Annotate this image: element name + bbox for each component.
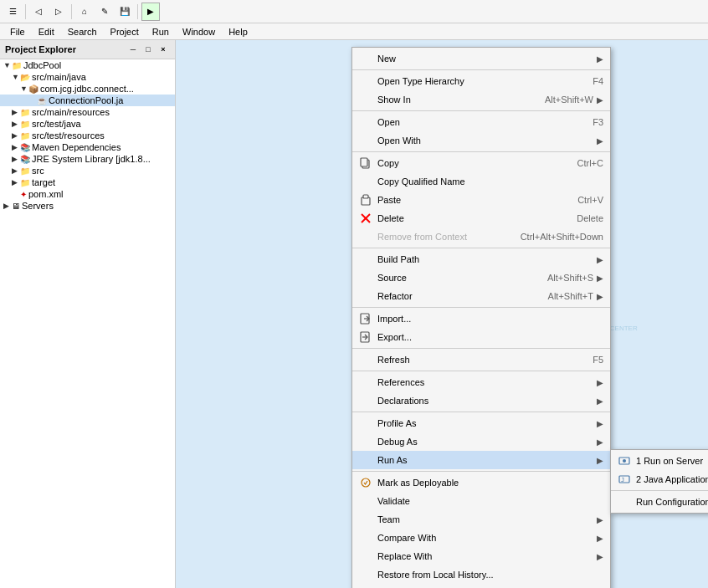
tree-item-maven-deps[interactable]: ▶ 📚 Maven Dependencies [0, 141, 175, 153]
menu-item-build-path[interactable]: Build Path ▶ [352, 250, 610, 268]
menu-run[interactable]: Run [146, 23, 176, 40]
toolbar: ☰ ◁ ▷ ⌂ ✎ 💾 ▶ [0, 0, 708, 23]
servers-icon: 🖥 [12, 202, 20, 211]
toolbar-btn-forward[interactable]: ▷ [49, 3, 68, 21]
menu-item-remove-from-context-shortcut: Ctrl+Alt+Shift+Down [521, 232, 603, 242]
menu-item-mark-deployable[interactable]: Mark as Deployable [352, 473, 610, 492]
menu-item-web-services[interactable]: Web Services ▶ [352, 584, 610, 588]
menu-file[interactable]: File [3, 23, 32, 40]
tree-item-target[interactable]: ▶ 📁 target [0, 176, 175, 188]
menu-item-build-path-arrow: ▶ [597, 255, 603, 264]
tree-label-src-main-java: src/main/java [32, 72, 86, 82]
tree-item-pom[interactable]: ▶ ✦ pom.xml [0, 188, 175, 200]
menu-item-refactor-shortcut: Alt+Shift+T [548, 291, 593, 301]
import-icon [359, 312, 372, 325]
tree-arrow-maven-deps: ▶ [12, 143, 20, 151]
menu-item-open-with-label: Open With [377, 135, 593, 146]
menu-item-show-in[interactable]: Show In Alt+Shift+W ▶ [352, 90, 610, 109]
menu-item-source-arrow: ▶ [597, 274, 603, 283]
sidebar-close-btn[interactable]: × [156, 43, 170, 56]
tree-item-connectionpool[interactable]: ▶ ☕ ConnectionPool.ja [0, 95, 175, 106]
toolbar-btn-save[interactable]: 💾 [115, 3, 134, 21]
svg-point-14 [362, 478, 370, 487]
toolbar-btn-home[interactable]: ⌂ [75, 3, 94, 21]
menu-item-copy-qualified-name[interactable]: Copy Qualified Name [352, 172, 610, 191]
menu-item-remove-from-context-label: Remove from Context [377, 232, 504, 242]
content-area: jcg Java Code Geeks JAVA & JAVA DEVELOPE… [176, 40, 708, 588]
toolbar-btn-menu[interactable]: ☰ [3, 3, 22, 21]
menu-item-paste[interactable]: Paste Ctrl+V [352, 191, 610, 209]
tree-item-src-test-java[interactable]: ▶ 📁 src/test/java [0, 118, 175, 130]
menu-item-import[interactable]: Import... [352, 309, 610, 328]
tree-item-package[interactable]: ▼ 📦 com.jcg.jdbc.connect... [0, 83, 175, 95]
project-explorer-panel: Project Explorer ─ □ × ▼ 📁 JdbcPool ▼ 📂 … [0, 40, 176, 588]
menu-item-open-type-hierarchy[interactable]: Open Type Hierarchy F4 [352, 72, 610, 90]
tree-item-src-main-resources[interactable]: ▶ 📁 src/main/resources [0, 106, 175, 118]
tree-item-servers[interactable]: ▶ 🖥 Servers [0, 200, 175, 212]
toolbar-separator-3 [137, 4, 138, 19]
tree-item-src[interactable]: ▶ 📁 src [0, 165, 175, 176]
run-on-server-label: 1 Run on Server [636, 456, 708, 466]
menu-item-replace-with[interactable]: Replace With ▶ [352, 547, 610, 565]
toolbar-btn-new[interactable]: ✎ [95, 3, 114, 21]
menu-item-declarations[interactable]: Declarations ▶ [352, 391, 610, 410]
tree-item-src-test-resources[interactable]: ▶ 📁 src/test/resources [0, 130, 175, 141]
menu-item-run-as[interactable]: Run As ▶ 1 Run on Server Alt+Shift+X, R [352, 451, 610, 469]
menu-item-show-in-arrow: ▶ [597, 95, 603, 105]
menu-item-source[interactable]: Source Alt+Shift+S ▶ [352, 268, 610, 287]
run-configurations[interactable]: Run Configurations... [611, 493, 708, 511]
menu-item-refresh[interactable]: Refresh F5 [352, 350, 610, 369]
delete-icon [359, 212, 372, 225]
menu-item-copy[interactable]: Copy Ctrl+C [352, 154, 610, 172]
menu-item-references-arrow: ▶ [597, 378, 603, 387]
sidebar-minimize-btn[interactable]: ─ [126, 43, 140, 56]
menu-item-restore-local[interactable]: Restore from Local History... [352, 565, 610, 584]
toolbar-btn-run[interactable]: ▶ [141, 3, 160, 21]
menu-item-profile-as[interactable]: Profile As ▶ [352, 414, 610, 432]
menu-item-open[interactable]: Open F3 [352, 113, 610, 131]
menu-item-open-label: Open [377, 117, 576, 127]
run-as-submenu: 1 Run on Server Alt+Shift+X, R J 2 Java … [610, 449, 708, 514]
tree-item-jdbcpool[interactable]: ▼ 📁 JdbcPool [0, 59, 175, 71]
tree-item-src-main-java[interactable]: ▼ 📂 src/main/java [0, 71, 175, 83]
menu-item-copy-label: Copy [377, 158, 561, 168]
folder-icon-6: 📁 [20, 178, 30, 187]
copy-icon [359, 156, 372, 170]
tree-label-src: src [32, 166, 44, 176]
menu-item-team[interactable]: Team ▶ [352, 510, 610, 529]
sidebar-maximize-btn[interactable]: □ [141, 43, 155, 56]
menu-item-open-type-hierarchy-label: Open Type Hierarchy [377, 76, 576, 86]
menu-search[interactable]: Search [61, 23, 104, 40]
tree-arrow-src-test-java: ▶ [12, 120, 20, 128]
menu-item-profile-as-arrow: ▶ [597, 419, 603, 428]
menu-item-debug-as[interactable]: Debug As ▶ [352, 432, 610, 451]
menu-item-export[interactable]: Export... [352, 328, 610, 346]
menu-edit[interactable]: Edit [32, 23, 61, 40]
menu-help[interactable]: Help [222, 23, 254, 40]
toolbar-btn-back[interactable]: ◁ [29, 3, 48, 21]
run-as-run-on-server[interactable]: 1 Run on Server Alt+Shift+X, R [611, 452, 708, 470]
sidebar-header-icons: ─ □ × [126, 43, 170, 56]
tree-label-target: target [32, 177, 55, 187]
menu-sep-4 [352, 248, 610, 248]
menu-item-refactor[interactable]: Refactor Alt+Shift+T ▶ [352, 287, 610, 305]
menu-item-export-label: Export... [377, 332, 603, 342]
menu-item-new[interactable]: New ▶ [352, 49, 610, 68]
lib-icon: 📚 [20, 143, 30, 152]
menu-item-open-shortcut: F3 [593, 117, 603, 127]
tree-item-jre[interactable]: ▶ 📚 JRE System Library [jdk1.8... [0, 153, 175, 165]
menu-item-debug-as-label: Debug As [377, 437, 593, 447]
menu-item-open-with[interactable]: Open With ▶ [352, 131, 610, 150]
menu-item-compare-with[interactable]: Compare With ▶ [352, 529, 610, 547]
run-as-java-application[interactable]: J 2 Java Application Alt+Shift+X, J [611, 470, 708, 488]
menu-item-delete[interactable]: Delete Delete [352, 209, 610, 228]
menu-item-references[interactable]: References ▶ [352, 373, 610, 391]
tree-label-pom: pom.xml [28, 189, 64, 199]
toolbar-separator-2 [71, 4, 72, 19]
menu-item-new-arrow: ▶ [597, 54, 603, 64]
menu-item-debug-as-arrow: ▶ [597, 437, 603, 447]
menu-item-validate[interactable]: Validate [352, 492, 610, 510]
menu-window[interactable]: Window [176, 23, 222, 40]
menu-project[interactable]: Project [104, 23, 146, 40]
menu-item-refactor-label: Refactor [377, 291, 531, 301]
